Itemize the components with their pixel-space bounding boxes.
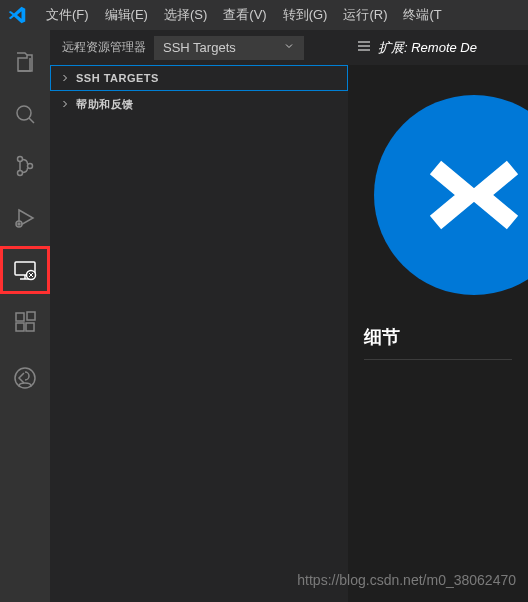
details-heading: 细节 [364, 325, 512, 349]
sidebar-header: 远程资源管理器 SSH Targets [50, 30, 348, 65]
menu-select[interactable]: 选择(S) [156, 0, 215, 30]
menu-bar: 文件(F) 编辑(E) 选择(S) 查看(V) 转到(G) 运行(R) 终端(T [38, 0, 450, 30]
svg-rect-11 [16, 313, 24, 321]
menu-file[interactable]: 文件(F) [38, 0, 97, 30]
activity-run-debug[interactable] [0, 194, 50, 242]
menu-terminal[interactable]: 终端(T [395, 0, 449, 30]
extension-icon [374, 95, 528, 295]
activity-source-control[interactable] [0, 142, 50, 190]
tree-section-ssh-targets[interactable]: SSH TARGETS [50, 65, 348, 91]
title-bar: 文件(F) 编辑(E) 选择(S) 查看(V) 转到(G) 运行(R) 终端(T [0, 0, 528, 30]
menu-edit[interactable]: 编辑(E) [97, 0, 156, 30]
svg-point-6 [18, 223, 20, 225]
svg-point-3 [18, 171, 23, 176]
menu-run[interactable]: 运行(R) [335, 0, 395, 30]
svg-point-2 [18, 157, 23, 162]
menu-go[interactable]: 转到(G) [275, 0, 336, 30]
svg-point-0 [17, 106, 31, 120]
divider [364, 359, 512, 360]
extension-page: 细节 [348, 65, 528, 360]
tree-section-help[interactable]: 帮助和反馈 [50, 91, 348, 117]
list-icon [356, 38, 372, 57]
remote-targets-dropdown[interactable]: SSH Targets [154, 36, 304, 60]
tree-section-label: SSH TARGETS [76, 72, 159, 84]
editor-tab-bar: 扩展: Remote De [348, 30, 528, 65]
chevron-right-icon [58, 72, 72, 84]
activity-account[interactable] [0, 354, 50, 402]
svg-point-4 [28, 164, 33, 169]
activity-bar [0, 30, 50, 602]
tree-view: SSH TARGETS 帮助和反馈 [50, 65, 348, 117]
chevron-down-icon [283, 40, 295, 55]
svg-rect-12 [16, 323, 24, 331]
editor-tab-label: 扩展: Remote De [378, 39, 477, 57]
activity-extensions[interactable] [0, 298, 50, 346]
activity-remote-explorer[interactable] [0, 246, 50, 294]
svg-rect-13 [26, 323, 34, 331]
svg-rect-14 [27, 312, 35, 320]
activity-search[interactable] [0, 90, 50, 138]
svg-line-1 [29, 118, 34, 123]
sidebar: 远程资源管理器 SSH Targets SSH TARGETS 帮助和反馈 [50, 30, 348, 602]
editor-area: 扩展: Remote De 细节 [348, 30, 528, 602]
dropdown-selected: SSH Targets [163, 40, 236, 55]
chevron-right-icon [58, 98, 72, 110]
menu-view[interactable]: 查看(V) [215, 0, 274, 30]
editor-tab[interactable]: 扩展: Remote De [356, 38, 477, 57]
sidebar-title: 远程资源管理器 [62, 39, 146, 56]
tree-help-label: 帮助和反馈 [76, 97, 134, 112]
activity-explorer[interactable] [0, 38, 50, 86]
vscode-logo-icon [8, 6, 26, 24]
